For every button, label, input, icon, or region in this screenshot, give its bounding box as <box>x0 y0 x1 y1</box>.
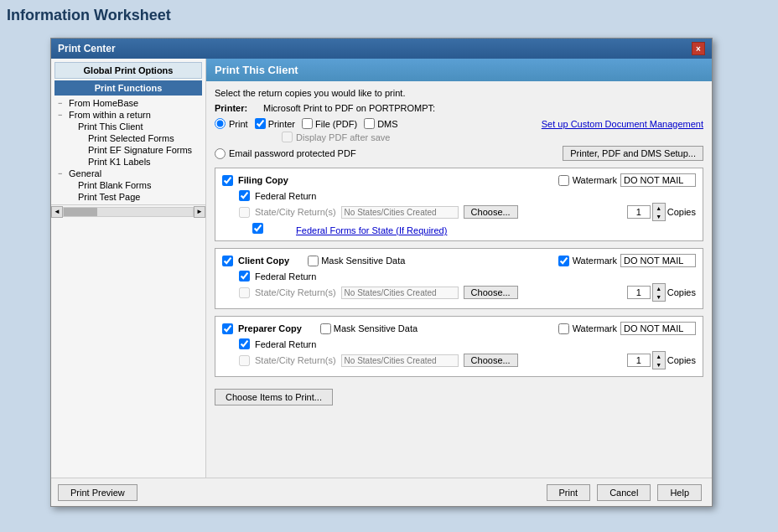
left-scrollbar[interactable]: ◄ ► <box>51 204 205 218</box>
preparer-copies-input[interactable] <box>627 354 651 367</box>
print-radio-group: Print <box>215 118 248 129</box>
expand-homebase-icon: − <box>58 99 66 107</box>
tree-item-print-ef-signature[interactable]: Print EF Signature Forms <box>51 144 205 156</box>
setup-custom-doc-link[interactable]: Set up Custom Document Management <box>542 119 703 129</box>
tree-item-print-this-client[interactable]: Print This Client <box>51 121 205 132</box>
left-panel: Global Print Options Print Functions − F… <box>51 59 206 478</box>
print-selected-forms-label: Print Selected Forms <box>88 133 174 143</box>
filing-federal-row: Federal Return <box>239 190 696 201</box>
print-ef-signature-label: Print EF Signature Forms <box>88 145 192 155</box>
preparer-copy-section: Preparer Copy Mask Sensitive Data Waterm… <box>215 316 703 377</box>
print-radio-label: Print <box>229 119 248 129</box>
client-mask-checkbox[interactable] <box>308 256 319 266</box>
printer-checkbox[interactable] <box>255 118 266 129</box>
preparer-mask-checkbox[interactable] <box>320 323 331 334</box>
scrollbar-thumb[interactable] <box>64 208 97 216</box>
filing-fed-forms-checkbox[interactable] <box>252 223 263 234</box>
print-button[interactable]: Print <box>547 484 591 501</box>
file-pdf-checkbox[interactable] <box>302 118 313 129</box>
preparer-copies-spinner[interactable]: ▲ ▼ <box>652 351 666 369</box>
filing-copies-input[interactable] <box>627 205 651 219</box>
file-pdf-checkbox-group: File (PDF) <box>302 118 357 129</box>
filing-copies-spinner[interactable]: ▲ ▼ <box>652 203 666 221</box>
tree-item-print-selected-forms[interactable]: Print Selected Forms <box>51 132 205 144</box>
client-copies-spinner[interactable]: ▲ ▼ <box>652 283 666 302</box>
client-copies-input[interactable] <box>627 286 651 299</box>
print-functions-header: Print Functions <box>54 80 202 96</box>
preparer-watermark-input[interactable] <box>620 322 696 335</box>
tree-item-print-test-page[interactable]: Print Test Page <box>51 191 205 203</box>
email-radio-group: Email password protected PDF <box>215 148 356 159</box>
cancel-button[interactable]: Cancel <box>597 484 651 501</box>
scroll-right-arrow[interactable]: ► <box>194 206 205 218</box>
preparer-watermark-checkbox[interactable] <box>558 323 569 334</box>
client-copy-header: Client Copy Mask Sensitive Data Watermar… <box>222 254 696 267</box>
email-radio[interactable] <box>215 148 226 159</box>
filing-watermark-input[interactable] <box>620 173 696 187</box>
client-state-input[interactable] <box>341 287 459 299</box>
scrollbar-track[interactable] <box>63 207 194 217</box>
from-homebase-label: From HomeBase <box>69 98 138 108</box>
choose-items-to-print-button[interactable]: Choose Items to Print... <box>215 389 333 405</box>
filing-fed-forms-link[interactable]: Federal Forms for State (If Required) <box>296 225 447 235</box>
tree-item-print-blank-forms[interactable]: Print Blank Forms <box>51 179 205 191</box>
filing-copy-checkbox[interactable] <box>222 175 233 186</box>
preparer-state-checkbox <box>239 355 250 366</box>
dms-checkbox[interactable] <box>364 118 375 129</box>
client-copies-label: Copies <box>667 287 696 297</box>
preparer-federal-row: Federal Return <box>239 338 696 349</box>
preparer-state-input[interactable] <box>341 354 459 367</box>
filing-state-row: State/City Return(s) Choose... ▲ ▼ Copie… <box>239 203 696 221</box>
client-watermark-input[interactable] <box>620 254 696 267</box>
scroll-left-arrow[interactable]: ◄ <box>51 206 63 218</box>
filing-state-checkbox <box>239 207 250 218</box>
client-federal-checkbox[interactable] <box>239 271 250 281</box>
printer-label: Printer: <box>215 103 257 113</box>
preparer-copies-label: Copies <box>667 355 696 365</box>
file-pdf-label: File (PDF) <box>315 119 357 129</box>
preparer-copy-header: Preparer Copy Mask Sensitive Data Waterm… <box>222 322 696 335</box>
filing-copies-down[interactable]: ▼ <box>653 212 665 220</box>
subtitle: Select the return copies you would like … <box>215 88 703 98</box>
dms-checkbox-group: DMS <box>364 118 397 129</box>
client-copies-down[interactable]: ▼ <box>653 292 665 301</box>
right-content: Select the return copies you would like … <box>206 81 712 478</box>
dms-label: DMS <box>377 119 397 129</box>
print-radio[interactable] <box>215 118 226 129</box>
preparer-copies-down[interactable]: ▼ <box>653 360 665 369</box>
preparer-federal-checkbox[interactable] <box>239 338 250 349</box>
filing-copies-up[interactable]: ▲ <box>653 204 665 212</box>
email-label: Email password protected PDF <box>229 148 356 158</box>
help-button[interactable]: Help <box>657 484 702 501</box>
preparer-copies-group: ▲ ▼ Copies <box>627 351 696 369</box>
dialog-titlebar: Print Center × <box>51 39 712 59</box>
client-copy-checkbox[interactable] <box>222 256 233 266</box>
printer-name: Microsoft Print to PDF on PORTPROMPT: <box>263 103 435 113</box>
preparer-mask-group: Mask Sensitive Data <box>320 323 418 334</box>
preparer-copies-up[interactable]: ▲ <box>653 352 665 360</box>
tree-item-print-k1-labels[interactable]: Print K1 Labels <box>51 156 205 168</box>
print-center-dialog: Print Center × Global Print Options Prin… <box>50 38 713 507</box>
preparer-copy-checkbox[interactable] <box>222 323 233 334</box>
tree-item-general[interactable]: − General <box>51 168 205 179</box>
footer-right-buttons: Print Cancel Help <box>547 484 706 501</box>
printer-checkbox-group: Printer <box>255 118 295 129</box>
client-federal-label: Federal Return <box>255 271 316 281</box>
client-watermark-checkbox[interactable] <box>558 256 569 266</box>
client-choose-button[interactable]: Choose... <box>464 286 518 299</box>
filing-choose-button[interactable]: Choose... <box>464 205 518 219</box>
filing-state-input[interactable] <box>341 206 459 219</box>
tree-item-from-within[interactable]: − From within a return <box>51 109 205 121</box>
filing-copy-title: Filing Copy <box>238 175 288 185</box>
print-preview-button[interactable]: Print Preview <box>58 484 137 501</box>
filing-watermark-checkbox[interactable] <box>558 175 569 186</box>
client-watermark-label: Watermark <box>573 256 617 266</box>
printer-pdf-dms-setup-button[interactable]: Printer, PDF and DMS Setup... <box>563 146 703 161</box>
preparer-choose-button[interactable]: Choose... <box>464 354 518 367</box>
preparer-federal-label: Federal Return <box>255 339 316 349</box>
preparer-copy-title: Preparer Copy <box>238 323 302 333</box>
tree-item-from-homebase[interactable]: − From HomeBase <box>51 97 205 109</box>
filing-federal-checkbox[interactable] <box>239 190 250 201</box>
close-button[interactable]: × <box>692 42 705 55</box>
client-copies-up[interactable]: ▲ <box>653 284 665 292</box>
